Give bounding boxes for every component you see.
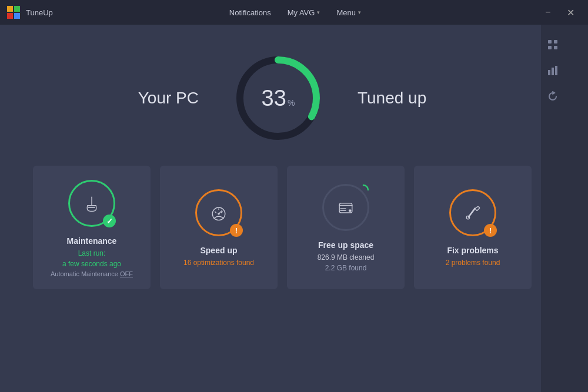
svg-point-15 <box>349 209 352 212</box>
fix-problems-card[interactable]: ! Fix problems 2 problems found <box>414 166 532 289</box>
refresh-icon[interactable] <box>542 86 563 107</box>
titlebar-controls: − ✕ <box>537 0 581 25</box>
fix-problems-subtitle: 2 problems found <box>446 257 500 268</box>
free-space-subtitle-2: 2.2 GB found <box>325 263 367 273</box>
app-title: TuneUp <box>26 8 53 17</box>
free-space-arc-icon <box>358 184 369 196</box>
svg-rect-1 <box>554 40 557 43</box>
right-sidebar <box>541 25 564 392</box>
maintenance-title: Maintenance <box>67 236 117 246</box>
svg-rect-3 <box>554 46 557 49</box>
cards-row: ✓ Maintenance Last run: a few seconds ag… <box>19 166 546 289</box>
maintenance-subtitle-1: Last run: a few seconds ago <box>62 248 121 269</box>
main-content: Your PC 33% Tuned up ✓ <box>0 25 564 392</box>
svg-rect-4 <box>548 70 550 75</box>
titlebar-left: TuneUp <box>7 6 53 19</box>
free-space-subtitle-1: 826.9 MB cleaned <box>318 252 375 263</box>
speedometer-icon <box>208 202 229 223</box>
minimize-button[interactable]: − <box>537 0 559 25</box>
maintenance-status-badge: ✓ <box>103 215 116 227</box>
tuned-up-label: Tuned up <box>358 89 426 108</box>
maintenance-card[interactable]: ✓ Maintenance Last run: a few seconds ag… <box>33 166 151 289</box>
maintenance-off-link[interactable]: OFF <box>120 270 133 277</box>
grid-icon[interactable] <box>542 34 563 55</box>
titlebar: TuneUp Notifications My AVG ▾ Menu ▾ − ✕ <box>0 0 588 25</box>
speed-up-subtitle: 16 optimizations found <box>183 257 254 268</box>
bar-chart-icon[interactable] <box>542 60 563 81</box>
svg-rect-5 <box>552 68 554 75</box>
titlebar-nav: Notifications My AVG ▾ Menu ▾ <box>222 0 368 25</box>
svg-rect-0 <box>548 40 552 43</box>
my-avg-link[interactable]: My AVG ▾ <box>280 0 328 25</box>
gauge-value: 33 <box>262 87 286 109</box>
gauge-text: 33% <box>262 87 295 109</box>
svg-point-13 <box>218 213 220 215</box>
fix-problems-title: Fix problems <box>447 246 498 255</box>
menu-link[interactable]: Menu ▾ <box>329 0 368 25</box>
wrench-icon <box>462 202 483 223</box>
free-space-title: Free up space <box>318 240 373 250</box>
avg-logo <box>7 6 20 19</box>
free-space-card[interactable]: Free up space 826.9 MB cleaned 2.2 GB fo… <box>287 166 405 289</box>
svg-rect-2 <box>548 46 552 49</box>
my-avg-chevron-icon: ▾ <box>317 9 320 15</box>
svg-line-18 <box>469 209 475 217</box>
speed-up-title: Speed up <box>200 246 237 255</box>
speed-up-status-badge: ! <box>230 224 243 237</box>
speed-up-icon-ring: ! <box>195 189 242 236</box>
speed-up-card[interactable]: ! Speed up 16 optimizations found <box>160 166 278 289</box>
close-button[interactable]: ✕ <box>560 0 581 25</box>
your-pc-label: Your PC <box>138 89 199 108</box>
fix-problems-icon-ring: ! <box>449 189 496 236</box>
menu-chevron-icon: ▾ <box>358 9 361 15</box>
broom-icon <box>81 193 102 214</box>
maintenance-icon-ring: ✓ <box>68 180 115 227</box>
notifications-link[interactable]: Notifications <box>222 0 278 25</box>
fix-problems-status-badge: ! <box>484 224 497 237</box>
disk-icon <box>335 197 356 218</box>
free-space-icon-ring <box>322 184 369 231</box>
gauge-area: Your PC 33% Tuned up <box>138 54 427 142</box>
gauge-unit: % <box>288 98 295 108</box>
gauge-container: 33% <box>234 54 322 142</box>
svg-rect-6 <box>555 66 557 75</box>
maintenance-link: Automatic Maintenance OFF <box>51 270 133 277</box>
